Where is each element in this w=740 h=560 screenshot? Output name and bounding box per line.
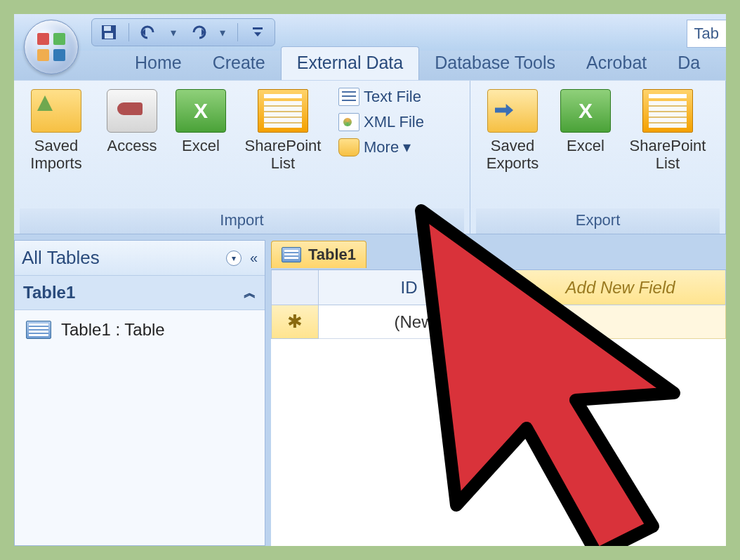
table-icon xyxy=(26,321,51,339)
nav-pane-menu-button[interactable]: ▾ xyxy=(226,251,242,266)
ribbon-tabs: Home Create External Data Database Tools… xyxy=(14,51,726,80)
import-xml-file-label: XML File xyxy=(364,113,424,131)
column-header-row: ID ▾ Add New Field xyxy=(271,270,726,305)
svg-rect-2 xyxy=(105,33,113,39)
nav-item-label: Table1 : Table xyxy=(61,320,165,340)
import-more-label: More xyxy=(364,138,399,156)
more-icon xyxy=(338,138,359,156)
import-access-button[interactable]: Access xyxy=(100,85,164,159)
qat-customize-button[interactable] xyxy=(248,22,267,42)
nav-pane-collapse-button[interactable]: « xyxy=(250,250,258,266)
qat-separator xyxy=(128,23,129,41)
tab-home[interactable]: Home xyxy=(119,47,197,80)
export-sharepoint-label: SharePoint List xyxy=(630,137,706,173)
nav-pane-header[interactable]: All Tables ▾ « xyxy=(15,241,265,276)
titlebar: ▾ ▾ Tab xyxy=(14,14,726,51)
qat-separator xyxy=(237,23,238,41)
new-record-new-field-cell[interactable] xyxy=(515,305,726,339)
export-excel-label: Excel xyxy=(567,137,604,154)
column-header-id[interactable]: ID ▾ xyxy=(319,270,515,305)
import-small-list: Text File XML File More ▾ xyxy=(336,85,424,156)
object-tab-label: Table1 xyxy=(308,246,356,264)
saved-exports-label: Saved Exports xyxy=(487,137,539,173)
ribbon-body: Saved Imports Access Excel SharePoint Li… xyxy=(14,80,726,234)
ribbon-group-import-label: Import xyxy=(20,208,464,234)
workspace: All Tables ▾ « Table1 ︽ Table1 : Table T… xyxy=(14,234,726,546)
import-text-file-label: Text File xyxy=(364,88,421,106)
new-record-row[interactable]: ✱ (New) xyxy=(271,305,726,339)
app-window: ▾ ▾ Tab Home Create External Data Databa… xyxy=(14,14,726,546)
column-header-id-label: ID xyxy=(400,278,417,298)
import-excel-label: Excel xyxy=(182,137,220,154)
tab-external-data[interactable]: External Data xyxy=(281,46,419,80)
sharepoint-icon xyxy=(258,89,308,133)
chevron-down-icon: ▾ xyxy=(424,278,432,298)
tab-database-tools[interactable]: Database Tools xyxy=(419,47,571,80)
undo-dropdown[interactable]: ▾ xyxy=(169,22,178,42)
quick-access-toolbar: ▾ ▾ xyxy=(91,18,275,46)
excel-icon xyxy=(176,89,226,133)
table-icon xyxy=(282,247,301,262)
object-tab-bar: Table1 xyxy=(271,241,366,268)
column-header-add-new[interactable]: Add New Field xyxy=(515,270,726,305)
save-button[interactable] xyxy=(99,22,119,42)
saved-imports-button[interactable]: Saved Imports xyxy=(20,85,93,177)
undo-button[interactable] xyxy=(139,22,159,42)
new-record-id-cell[interactable]: (New) xyxy=(319,305,515,339)
redo-dropdown[interactable]: ▾ xyxy=(218,22,227,42)
tab-datasheet-partial[interactable]: Da xyxy=(662,47,715,80)
export-excel-button[interactable]: Excel xyxy=(556,85,615,159)
saved-imports-label: Saved Imports xyxy=(30,137,81,173)
object-tab-table1[interactable]: Table1 xyxy=(271,241,366,268)
select-all-cell[interactable] xyxy=(271,270,319,305)
nav-group-label: Table1 xyxy=(23,283,75,302)
office-button[interactable] xyxy=(24,20,79,74)
nav-pane-title: All Tables xyxy=(22,247,100,269)
sharepoint-icon xyxy=(642,89,693,133)
nav-pane-empty-area xyxy=(15,349,265,545)
saved-exports-icon xyxy=(487,89,538,133)
new-record-selector[interactable]: ✱ xyxy=(271,305,319,339)
chevron-down-icon: ▾ xyxy=(403,138,411,156)
text-file-icon xyxy=(338,88,359,106)
excel-icon xyxy=(560,89,611,133)
xml-file-icon xyxy=(338,113,359,131)
tab-acrobat[interactable]: Acrobat xyxy=(571,47,662,80)
import-text-file-button[interactable]: Text File xyxy=(338,88,424,106)
datasheet-area: Table1 ID ▾ Add New Field ✱ xyxy=(271,269,726,546)
tab-create[interactable]: Create xyxy=(197,47,281,80)
nav-group-table1[interactable]: Table1 ︽ xyxy=(15,276,265,310)
svg-rect-1 xyxy=(104,26,111,31)
collapse-group-icon: ︽ xyxy=(244,284,256,301)
contextual-tab-label: Tab xyxy=(687,20,726,48)
svg-rect-3 xyxy=(253,27,263,29)
redo-button[interactable] xyxy=(188,22,208,42)
access-icon xyxy=(107,89,157,133)
import-access-label: Access xyxy=(107,137,157,154)
import-excel-button[interactable]: Excel xyxy=(171,85,230,159)
import-sharepoint-label: SharePoint List xyxy=(245,137,322,173)
ribbon-group-export: Saved Exports Excel SharePoint List Expo… xyxy=(470,81,726,234)
import-sharepoint-button[interactable]: SharePoint List xyxy=(237,85,329,177)
saved-exports-button[interactable]: Saved Exports xyxy=(476,85,549,177)
import-xml-file-button[interactable]: XML File xyxy=(338,113,424,131)
saved-imports-icon xyxy=(31,89,81,133)
ribbon-group-import: Saved Imports Access Excel SharePoint Li… xyxy=(14,81,470,234)
export-sharepoint-button[interactable]: SharePoint List xyxy=(622,85,713,177)
column-header-add-new-label: Add New Field xyxy=(566,278,675,298)
nav-item-table1-table[interactable]: Table1 : Table xyxy=(15,310,265,349)
import-more-button[interactable]: More ▾ xyxy=(338,138,424,156)
new-record-id-value: (New) xyxy=(394,312,439,332)
navigation-pane: All Tables ▾ « Table1 ︽ Table1 : Table xyxy=(14,240,265,546)
ribbon-group-export-label: Export xyxy=(476,208,720,234)
office-logo-icon xyxy=(37,33,65,61)
